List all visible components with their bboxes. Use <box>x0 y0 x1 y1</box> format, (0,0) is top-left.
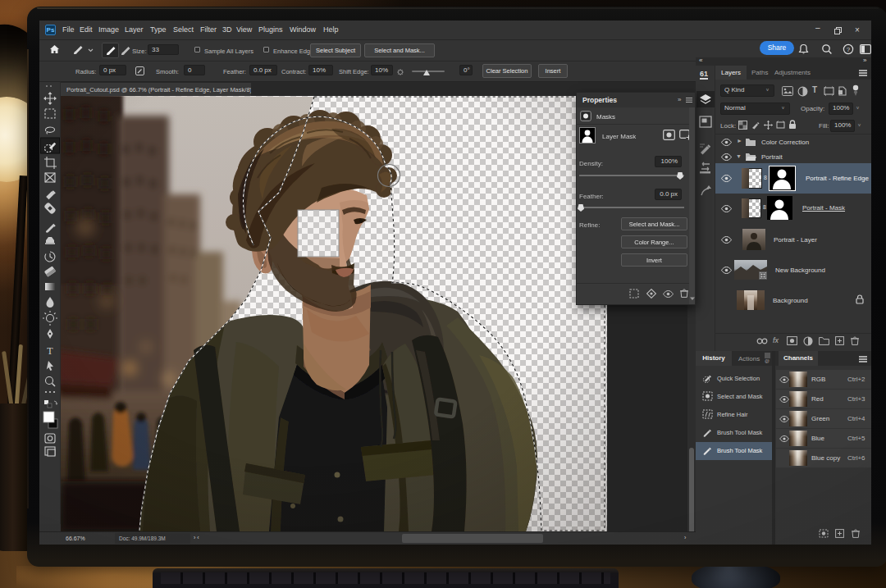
svg-text:?: ? <box>847 46 851 53</box>
svg-text:T: T <box>47 345 53 357</box>
